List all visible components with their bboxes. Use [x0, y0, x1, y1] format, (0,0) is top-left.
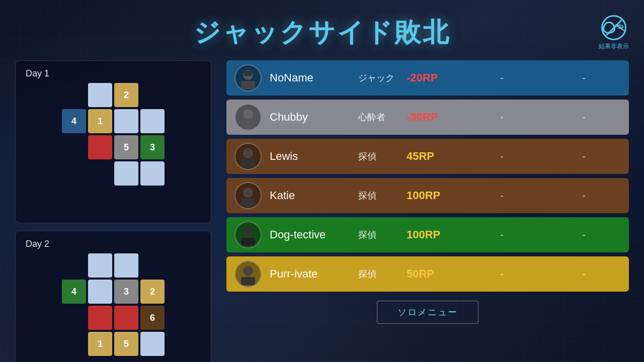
player-avatar-2 [234, 143, 262, 170]
player-row-0: NoName ジャック -20RP - - [226, 60, 629, 96]
tile: 4 [62, 280, 86, 304]
player-avatar-3 [234, 182, 262, 209]
solo-menu-section: ソロメニュー [226, 301, 629, 324]
player-name-2: Lewis [270, 150, 350, 163]
player-dash2-0: - [547, 72, 621, 84]
player-dash1-0: - [465, 72, 539, 84]
svg-rect-7 [241, 159, 255, 167]
tile [62, 306, 86, 330]
tile: 2 [140, 280, 165, 304]
day2-grid-area: 4 3 2 6 1 5 [26, 254, 201, 362]
player-dash1-2: - [465, 151, 539, 162]
tile [140, 109, 165, 133]
player-dash2-2: - [547, 151, 621, 162]
tile [88, 253, 112, 278]
tile: 5 [114, 332, 138, 356]
player-row-5: Purr-ivate 探偵 50RP - - [226, 256, 629, 292]
player-avatar-5 [234, 260, 262, 288]
tile [88, 83, 112, 107]
tile [88, 161, 112, 186]
tile [88, 306, 112, 330]
player-dash2-4: - [547, 229, 621, 241]
player-name-3: Katie [270, 189, 350, 202]
tile [140, 332, 165, 356]
svg-point-10 [243, 227, 253, 237]
svg-rect-11 [241, 238, 255, 246]
player-rp-0: -20RP [407, 71, 457, 84]
player-dash1-3: - [465, 190, 539, 202]
tile [114, 109, 138, 133]
main-content: ジャックサイド敗北 結果非表示 Day 1 2 [0, 0, 644, 362]
hide-results-label: 結果非表示 [599, 42, 629, 51]
svg-point-12 [243, 266, 253, 276]
tile: 3 [140, 135, 165, 159]
day1-box: Day 1 2 4 1 [15, 60, 211, 223]
tile [114, 161, 138, 186]
tile [62, 332, 86, 356]
tile: 1 [88, 332, 112, 356]
tile: 6 [140, 306, 165, 330]
day1-label: Day 1 [26, 68, 201, 79]
tile: 1 [88, 109, 112, 133]
player-rp-3: 100RP [407, 189, 457, 202]
tile [62, 253, 86, 278]
day2-grid: 4 3 2 6 1 5 [62, 253, 165, 362]
player-dash1-4: - [465, 229, 539, 241]
player-role-4: 探偵 [358, 229, 398, 241]
svg-rect-5 [241, 120, 255, 128]
tile [62, 161, 86, 186]
player-rp-1: -30RP [407, 111, 457, 124]
tile [88, 135, 112, 159]
svg-point-6 [243, 148, 253, 158]
player-rp-5: 50RP [407, 267, 457, 281]
player-name-0: NoName [270, 71, 350, 84]
player-row-2: Lewis 探偵 45RP - - [226, 139, 629, 174]
player-role-2: 探偵 [358, 150, 398, 162]
tile: 5 [114, 135, 138, 159]
tile: 3 [114, 280, 138, 304]
player-role-0: ジャック [358, 72, 398, 84]
player-role-5: 探偵 [358, 268, 398, 280]
svg-rect-9 [241, 199, 255, 207]
player-row-3: Katie 探偵 100RP - - [226, 178, 629, 213]
main-layout: Day 1 2 4 1 [0, 50, 644, 357]
solo-menu-button[interactable]: ソロメニュー [377, 301, 478, 324]
tile [140, 253, 165, 278]
tile: 4 [62, 109, 86, 133]
player-avatar-0 [234, 64, 262, 92]
day2-label: Day 2 [26, 239, 201, 249]
hide-icon [601, 15, 626, 40]
player-rp-2: 45RP [407, 150, 457, 163]
player-dash2-5: - [547, 268, 621, 280]
player-rp-4: 100RP [407, 228, 457, 241]
player-dash1-1: - [465, 112, 539, 123]
player-avatar-4 [234, 221, 262, 248]
players-panel: NoName ジャック -20RP - - Chubby 心酔者 -30RP -… [226, 60, 629, 347]
svg-rect-2 [241, 81, 255, 89]
player-row-4: Dog-tective 探偵 100RP - - [226, 217, 629, 252]
player-avatar-1 [234, 104, 262, 131]
player-role-1: 心酔者 [358, 111, 398, 123]
days-panel: Day 1 2 4 1 [15, 60, 211, 347]
tile: 2 [114, 83, 138, 107]
tile [88, 280, 112, 304]
player-dash2-1: - [547, 112, 621, 123]
svg-point-8 [243, 188, 253, 198]
svg-point-4 [243, 109, 253, 119]
player-name-4: Dog-tective [270, 228, 350, 241]
page-title: ジャックサイド敗北 [0, 0, 644, 50]
tile [62, 135, 86, 159]
tile [62, 83, 86, 107]
svg-rect-13 [241, 277, 255, 285]
player-name-5: Purr-ivate [270, 267, 350, 281]
tile [114, 306, 138, 330]
tile [140, 83, 165, 107]
tile [114, 253, 138, 278]
svg-rect-3 [244, 71, 252, 76]
day1-grid-area: 2 4 1 5 3 [26, 84, 201, 211]
player-dash2-3: - [547, 190, 621, 202]
day1-grid: 2 4 1 5 3 [62, 83, 165, 212]
tile [140, 161, 165, 186]
hide-results-button[interactable]: 結果非表示 [599, 15, 629, 51]
player-dash1-5: - [465, 268, 539, 280]
